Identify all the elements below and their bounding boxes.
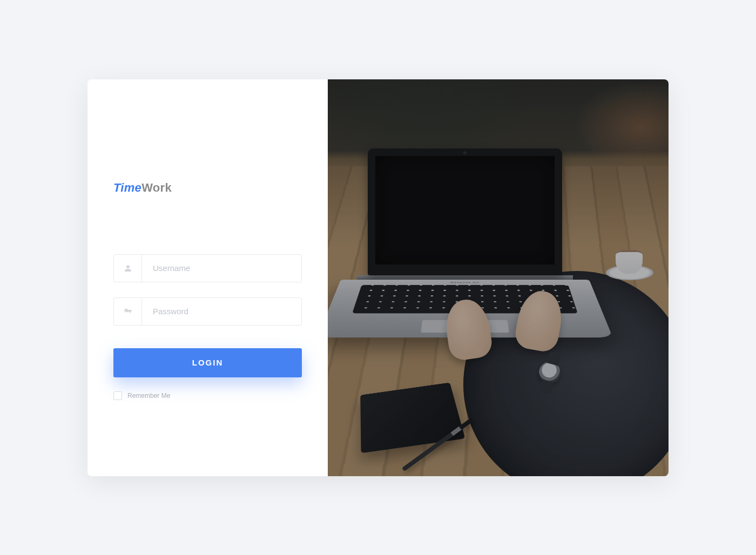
login-card: TimeWork LOGIN Remember Me	[87, 79, 669, 476]
username-group	[113, 254, 302, 282]
login-button[interactable]: LOGIN	[113, 348, 302, 377]
remember-me-checkbox[interactable]	[113, 391, 122, 400]
hero-photo: MacBook Air	[328, 79, 669, 476]
logo-first-word: Time	[113, 181, 141, 194]
remember-me-label: Remember Me	[127, 392, 170, 400]
password-group	[113, 297, 302, 326]
logo-second-word: Work	[141, 181, 172, 194]
hero-image-panel: MacBook Air	[328, 79, 669, 476]
password-input[interactable]	[142, 298, 301, 325]
username-input[interactable]	[142, 255, 301, 282]
remember-me-row: Remember Me	[113, 391, 302, 400]
user-icon	[114, 255, 142, 282]
app-logo: TimeWork	[113, 181, 302, 195]
login-form-panel: TimeWork LOGIN Remember Me	[87, 79, 328, 476]
key-icon	[114, 298, 142, 325]
